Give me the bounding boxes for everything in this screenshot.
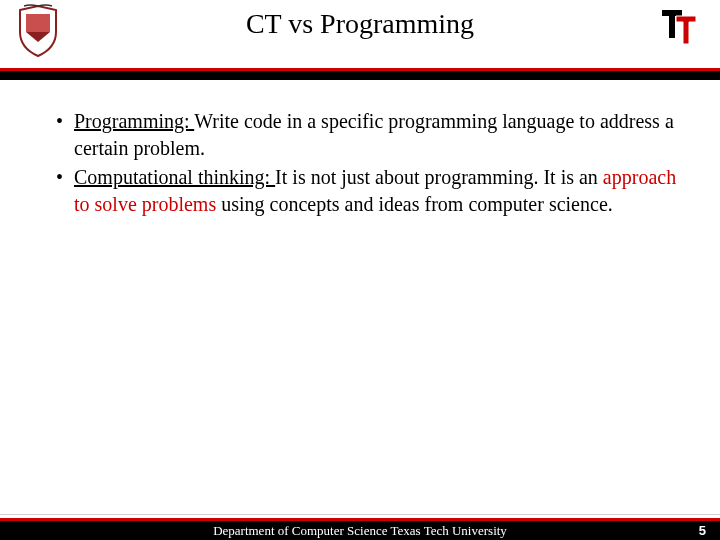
slide-body: Programming: Write code in a specific pr… — [0, 80, 720, 218]
slide-header: CT vs Programming — [0, 0, 720, 68]
bullet-text-lead: It is not just about programming. It is … — [275, 166, 603, 188]
bullet-term: Computational thinking: — [74, 166, 275, 188]
footer-top-line — [0, 514, 720, 515]
university-crest-icon — [18, 4, 58, 58]
bullet-text-tail: using concepts and ideas from computer s… — [216, 193, 613, 215]
page-number: 5 — [699, 523, 706, 538]
slide-title: CT vs Programming — [16, 0, 704, 40]
svg-rect-0 — [26, 14, 50, 32]
bullet-term: Programming: — [74, 110, 194, 132]
bullet-item: Programming: Write code in a specific pr… — [56, 108, 680, 162]
footer-text: Department of Computer Science Texas Tec… — [213, 523, 507, 539]
header-divider — [0, 68, 720, 80]
bullet-item: Computational thinking: It is not just a… — [56, 164, 680, 218]
slide-footer: Department of Computer Science Texas Tec… — [0, 518, 720, 540]
double-t-logo-icon — [658, 6, 702, 50]
